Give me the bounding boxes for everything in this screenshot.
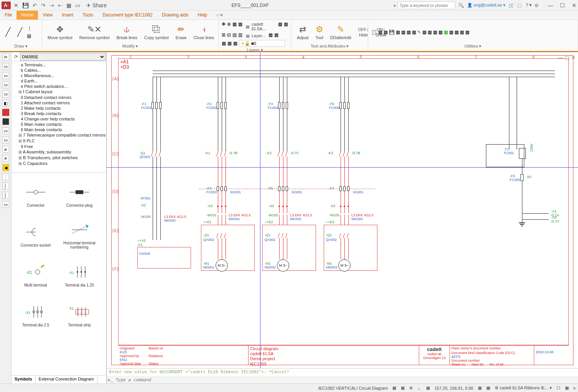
signin-icon[interactable]: ⊖ (535, 3, 538, 8)
user-account[interactable]: 👤 eng@cadett.se ▾ (467, 3, 506, 8)
util-icon[interactable]: ▦ (465, 30, 469, 35)
side-tool[interactable]: ▭ (2, 81, 9, 88)
status-icon[interactable]: ▦ (565, 385, 569, 390)
draw-pline-button[interactable]: ╱ (15, 26, 25, 38)
util-icon[interactable]: ▦ (444, 30, 448, 35)
side-tool[interactable]: ▭ (2, 201, 9, 208)
close-lines-button[interactable]: ⫞Close lines (191, 24, 216, 41)
layer-tool-icon[interactable]: ⊕ (227, 21, 231, 31)
tree-node[interactable]: 0 Detached contact mirrors (12, 95, 105, 100)
side-tool[interactable]: ▭ (2, 137, 9, 143)
gallery-item[interactable]: Horizontal terminal numbering (58, 216, 100, 254)
cadett-elsa-button[interactable]: ≣cadett ELSA... (244, 21, 277, 31)
remove-symbol-button[interactable]: ✎✕Remove symbol (77, 24, 112, 41)
draw-tool-icon[interactable]: ⊞ (27, 33, 32, 39)
side-tool[interactable]: │ (2, 183, 9, 189)
drawing-canvas[interactable]: =A1 +D3 Originator KGS Approved by ENG A… (107, 52, 578, 368)
menu-drawing-aids[interactable]: Drawing aids (157, 11, 193, 20)
qat-icon[interactable]: ⇠ (58, 2, 63, 8)
side-tool[interactable]: ⟳ (2, 54, 9, 61)
util-icon[interactable]: ▦ (422, 30, 427, 35)
qat-undo-icon[interactable]: ↶ (33, 2, 37, 8)
cart-icon[interactable]: 🛒 (509, 3, 514, 8)
util-icon[interactable]: ▦ (396, 30, 400, 35)
tree-node[interactable]: e Pilot switch actuators... (12, 84, 105, 89)
status-menu-icon[interactable]: ≡ (573, 386, 576, 390)
minimize-button[interactable]: — (548, 2, 553, 8)
util-icon[interactable]: ▦ (433, 30, 437, 35)
search-input[interactable] (398, 2, 455, 9)
layer-tool-icon[interactable]: ▦ (278, 21, 282, 31)
search-icon[interactable]: 🔍 (458, 3, 464, 8)
ddatte-button[interactable]: ✎DDatte/edit (328, 24, 354, 41)
gallery-item[interactable]: -X1Multi terminal (15, 255, 57, 294)
tree-node[interactable]: d Earth... (12, 78, 105, 84)
util-icon[interactable]: ▦ (454, 30, 459, 35)
layer-button[interactable]: ≣Layer... (244, 32, 267, 39)
ribbon-group-utilities[interactable]: Utilities ▾ (371, 43, 575, 49)
util-icon[interactable]: ▦ (460, 30, 464, 35)
util-icon[interactable]: ▦ (378, 30, 382, 35)
menu-insert[interactable]: Insert (57, 11, 78, 20)
side-tool[interactable]: ▭ (2, 72, 9, 79)
refresh-icon[interactable]: ⟳ (12, 54, 20, 59)
tree-node[interactable]: f Cabinet layout (12, 89, 105, 95)
side-tool[interactable]: ⋮ (2, 173, 9, 180)
status-icon[interactable]: ∟ (417, 386, 422, 390)
qat-icon[interactable]: ▭ (75, 2, 80, 8)
side-tool-black[interactable] (2, 118, 9, 125)
menu-file[interactable]: File (0, 11, 16, 20)
gallery-item[interactable]: X1123Terminal strip (58, 295, 100, 334)
side-tool-red[interactable] (2, 109, 9, 116)
symbol-library-select[interactable]: DM385E (20, 53, 105, 61)
layer-tool-icon[interactable]: ▦ (233, 41, 237, 46)
status-icon[interactable]: ▦ (401, 385, 405, 390)
layer-tool-icon[interactable]: ▦ (227, 41, 232, 46)
layer-tool-icon[interactable]: ▦ (268, 32, 273, 39)
layer-tool-icon[interactable]: ▦ (238, 21, 242, 31)
tree-node[interactable]: c Miscellaneous... (12, 73, 105, 78)
tree-node[interactable]: B Transducers, pilot switches (12, 155, 105, 161)
tree-node[interactable]: A Assembly, subassembly (12, 149, 105, 155)
status-icon[interactable]: ▦ (426, 385, 430, 390)
gallery-item[interactable]: Connector-socket (15, 216, 57, 254)
menu-help[interactable]: Help (193, 11, 212, 20)
side-tool[interactable]: ✕ (2, 155, 9, 162)
side-tool[interactable]: ▭ (2, 91, 9, 97)
util-icon[interactable]: 📋 (371, 30, 377, 35)
layer-combo[interactable]: ☀🔓 ■ 0 (239, 40, 285, 47)
ribbon-group-text-attr[interactable]: Text and Attributes ▾ (295, 43, 365, 49)
tree-node[interactable]: 2 Make help contacts (12, 105, 105, 111)
symbol-tree[interactable]: a Terminals...b Cables...c Miscellaneous… (12, 61, 106, 173)
layer-tool-icon[interactable]: ▦ (232, 21, 237, 31)
close-button[interactable]: ✕ (572, 2, 576, 8)
side-tool[interactable]: ▭ (2, 127, 9, 134)
layer-tool-icon[interactable]: ✥ (222, 21, 226, 31)
app-icon[interactable]: A· (2, 2, 11, 9)
status-workspace[interactable]: ⚙ cadett ELSA Ribbons IE... ▾ (495, 385, 552, 390)
draw-line-button[interactable]: ╱ (3, 26, 13, 38)
side-tool[interactable]: ◧ (2, 100, 9, 107)
status-layout[interactable]: IEC1082 VERTICAL/ Circuit Diagram (318, 386, 388, 390)
side-tool[interactable]: │ (2, 192, 9, 199)
status-icon[interactable]: ▦ (478, 385, 482, 390)
util-icon[interactable]: ▦ (438, 30, 443, 35)
tree-node[interactable]: b Cables... (12, 68, 105, 73)
layer-tool-icon[interactable]: ⊞ (222, 32, 226, 39)
util-icon[interactable]: 💾 (389, 30, 395, 35)
layer-tool-icon[interactable]: ▦ (222, 41, 226, 46)
util-icon[interactable]: ▦ (401, 30, 405, 35)
tree-node[interactable]: 4 Change-over help contacts (12, 116, 105, 122)
adjust-button[interactable]: ⇄Adjust (295, 24, 311, 41)
share-button[interactable]: ✈ Share (86, 2, 107, 8)
status-icon[interactable]: ▦ (486, 385, 490, 390)
status-icon[interactable]: ⊕ (409, 385, 413, 390)
gallery-item[interactable]: -X1Terminal dia 1.25 (58, 255, 100, 294)
util-icon[interactable]: ▦ (407, 30, 411, 35)
tool-button[interactable]: ⚙Tool (313, 24, 326, 41)
break-lines-button[interactable]: ⫝Break lines (114, 24, 140, 41)
tree-node[interactable]: 8 PLC (12, 138, 105, 144)
util-icon[interactable]: ✎ (417, 30, 421, 35)
qat-redo-icon[interactable]: ↷ (41, 2, 46, 8)
tree-node[interactable]: 3 Break help contacts (12, 111, 105, 116)
